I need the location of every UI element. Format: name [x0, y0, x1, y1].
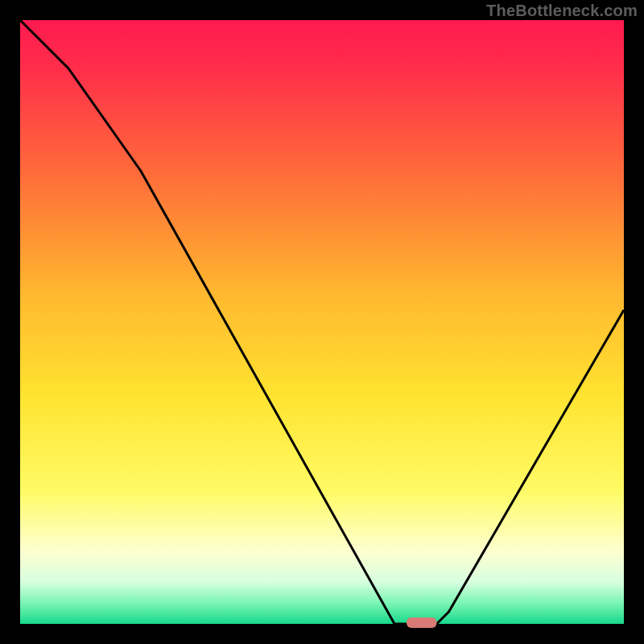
- chart-frame: TheBottleneck.com: [0, 0, 644, 644]
- bottleneck-chart-svg: [0, 0, 644, 644]
- optimal-marker: [407, 617, 437, 628]
- watermark-text: TheBottleneck.com: [486, 2, 638, 20]
- plot-background: [20, 20, 624, 624]
